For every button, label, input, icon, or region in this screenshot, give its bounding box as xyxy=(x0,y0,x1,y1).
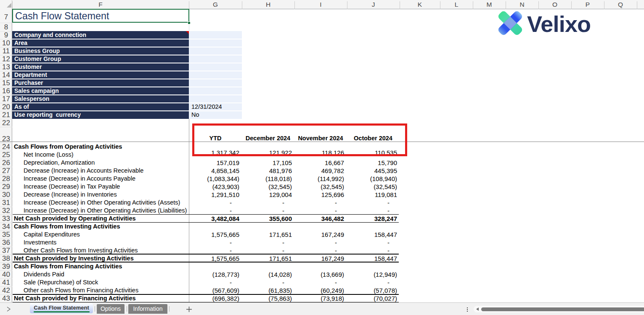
svg-text:Velixo: Velixo xyxy=(527,11,591,36)
